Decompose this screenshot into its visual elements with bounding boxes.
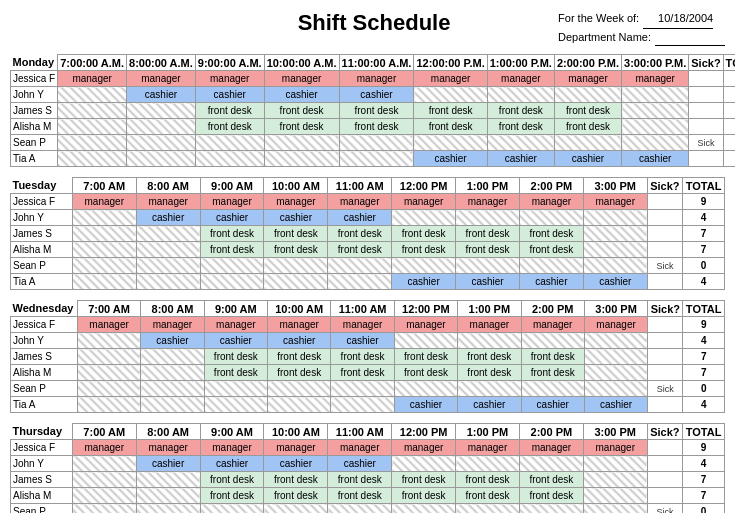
total-cell: 7 — [683, 472, 725, 488]
total-header: TOTAL — [723, 55, 735, 71]
time-header: 9:00 AM — [200, 424, 264, 440]
schedule-cell: front desk — [264, 103, 339, 119]
schedule-cell: front desk — [339, 103, 414, 119]
table-row: Jessica Fmanagermanagermanagermanagerman… — [11, 440, 725, 456]
schedule-cell: front desk — [414, 103, 487, 119]
sick-cell — [689, 151, 723, 167]
employee-name: John Y — [11, 456, 73, 472]
schedule-cell — [77, 365, 140, 381]
employee-name: Tia A — [11, 151, 58, 167]
sick-cell — [647, 226, 682, 242]
schedule-cell: front desk — [264, 472, 328, 488]
schedule-cell: cashier — [584, 397, 647, 413]
day-name: Thursday — [11, 424, 73, 440]
day-section-tuesday: Tuesday7:00 AM8:00 AM9:00 AM10:00 AM11:0… — [10, 177, 725, 290]
schedule-cell: front desk — [264, 226, 328, 242]
schedule-cell — [339, 135, 414, 151]
schedule-cell — [554, 135, 621, 151]
schedule-cell — [58, 103, 127, 119]
total-header: TOTAL — [683, 178, 725, 194]
schedule-cell — [622, 119, 689, 135]
time-header: 10:00 AM — [268, 301, 331, 317]
sick-cell — [647, 488, 682, 504]
schedule-cell: front desk — [392, 472, 456, 488]
schedule-cell — [394, 333, 457, 349]
sick-cell — [648, 317, 683, 333]
table-row: Sean PSick0 — [11, 381, 725, 397]
employee-name: Jessica F — [11, 440, 73, 456]
table-row: Jessica Fmanagermanagermanagermanagerman… — [11, 194, 725, 210]
schedule-cell — [584, 381, 647, 397]
sick-header: Sick? — [647, 178, 682, 194]
schedule-cell: front desk — [200, 488, 264, 504]
schedule-cell: manager — [141, 317, 204, 333]
schedule-cell: manager — [136, 440, 200, 456]
sick-cell — [647, 456, 682, 472]
employee-name: James S — [11, 226, 73, 242]
schedule-cell: cashier — [458, 397, 521, 413]
schedule-cell: manager — [72, 440, 136, 456]
schedule-cell: cashier — [136, 210, 200, 226]
schedule-cell: front desk — [200, 242, 264, 258]
table-row: James Sfront deskfront deskfront deskfro… — [11, 226, 725, 242]
employee-name: Sean P — [11, 258, 73, 274]
schedule-cell: cashier — [339, 87, 414, 103]
time-header: 1:00 PM — [458, 301, 521, 317]
schedule-cell — [519, 456, 583, 472]
schedule-cell — [583, 226, 647, 242]
employee-name: Alisha M — [11, 119, 58, 135]
page-title: Shift Schedule — [190, 10, 558, 36]
schedule-cell — [195, 135, 264, 151]
employee-name: Sean P — [11, 504, 73, 513]
schedule-cell: front desk — [328, 488, 392, 504]
total-cell: 4 — [683, 274, 725, 290]
schedule-cell: manager — [456, 194, 520, 210]
sick-cell — [647, 440, 682, 456]
total-cell: 0 — [683, 258, 725, 274]
schedule-cell — [136, 488, 200, 504]
schedule-cell: cashier — [141, 333, 204, 349]
schedule-cell — [200, 258, 264, 274]
schedule-cell: cashier — [200, 210, 264, 226]
schedule-cell — [583, 456, 647, 472]
table-row: Jessica Fmanagermanagermanagermanagerman… — [11, 317, 725, 333]
schedule-cell — [414, 87, 487, 103]
schedule-cell: manager — [204, 317, 267, 333]
table-row: John Ycashiercashiercashiercashier4 — [11, 456, 725, 472]
schedule-cell — [264, 504, 328, 513]
schedule-cell: manager — [458, 317, 521, 333]
schedule-cell: manager — [583, 440, 647, 456]
schedule-cell: front desk — [554, 119, 621, 135]
schedule-cell: manager — [264, 440, 328, 456]
schedule-cell — [622, 103, 689, 119]
schedule-cell — [392, 504, 456, 513]
schedule-cell — [141, 397, 204, 413]
schedule-cell: manager — [195, 71, 264, 87]
sick-cell — [648, 349, 683, 365]
schedule-cell — [456, 504, 520, 513]
page-header: Shift Schedule For the Week of: 10/18/20… — [10, 10, 725, 46]
total-cell: 0 — [723, 135, 735, 151]
total-cell: 4 — [723, 151, 735, 167]
time-header: 3:00 PM — [583, 424, 647, 440]
time-header: 9:00:00 A.M. — [195, 55, 264, 71]
schedule-cell — [519, 258, 583, 274]
schedule-cell — [583, 242, 647, 258]
schedule-cell: front desk — [521, 349, 584, 365]
time-header: 2:00 PM — [519, 178, 583, 194]
employee-name: Sean P — [11, 135, 58, 151]
schedule-cell — [583, 488, 647, 504]
schedule-cell — [458, 333, 521, 349]
schedule-cell — [521, 333, 584, 349]
sick-cell — [647, 242, 682, 258]
schedule-cell: manager — [328, 440, 392, 456]
sick-cell — [647, 210, 682, 226]
schedule-cell: front desk — [458, 349, 521, 365]
sick-cell — [689, 71, 723, 87]
schedule-cell: manager — [339, 71, 414, 87]
schedule-cell: manager — [127, 71, 196, 87]
total-cell: 7 — [723, 119, 735, 135]
schedule-cell — [554, 87, 621, 103]
schedule-cell: manager — [394, 317, 457, 333]
schedule-cell: manager — [584, 317, 647, 333]
